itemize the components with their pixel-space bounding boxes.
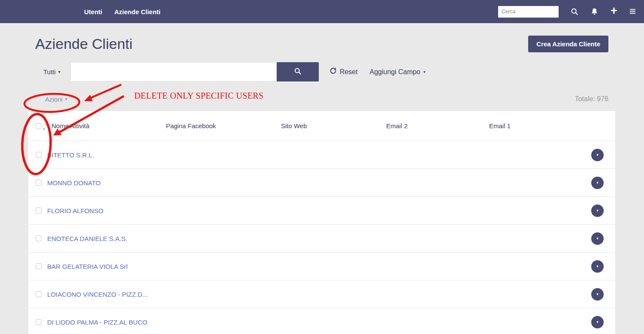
create-company-button[interactable]: Crea Azienda Cliente [528, 36, 608, 52]
row-checkbox[interactable] [36, 235, 42, 241]
list-search-button[interactable] [277, 62, 319, 81]
companies-table: ▾ Nome Attività Pagina Facebook Sito Web… [28, 111, 615, 334]
column-header-sito-web[interactable]: Sito Web [245, 122, 343, 129]
chevron-down-icon: ▾ [65, 97, 67, 101]
column-header-email-2[interactable]: Email 2 [343, 122, 450, 129]
nav-menu: Utenti Aziende Clienti [84, 8, 160, 15]
row-actions-button[interactable]: ▾ [591, 316, 604, 328]
nav-item-aziende-clienti[interactable]: Aziende Clienti [115, 8, 161, 15]
table-row: LOIACONO VINCENZO - PIZZ.D... ▾ [28, 280, 615, 308]
reset-button[interactable]: Reset [330, 67, 358, 76]
row-checkbox[interactable] [36, 208, 42, 214]
hamburger-menu-icon[interactable]: ≡ [629, 6, 635, 17]
row-actions-button[interactable]: ▾ [591, 205, 604, 217]
row-actions-button[interactable]: ▾ [591, 177, 604, 189]
actions-row: Azioni ▾ Totale: 976 [28, 91, 615, 107]
nav-item-utenti[interactable]: Utenti [84, 8, 103, 15]
table-row: MONNO DONATO ▾ [28, 169, 615, 197]
search-icon [294, 67, 302, 76]
row-actions-button[interactable]: ▾ [591, 288, 604, 301]
row-checkbox[interactable] [36, 263, 42, 269]
select-all-checkbox[interactable] [36, 123, 42, 129]
row-checkbox[interactable] [36, 180, 42, 186]
sort-caret-icon[interactable]: ▾ [43, 127, 45, 131]
add-field-label: Aggiungi Campo [369, 68, 420, 76]
row-actions-button[interactable]: ▾ [591, 232, 604, 245]
column-header-email-1[interactable]: Email 1 [450, 122, 549, 129]
row-checkbox[interactable] [36, 291, 42, 297]
actions-dropdown[interactable]: Azioni ▾ [45, 96, 67, 103]
chevron-down-icon: ▾ [596, 320, 599, 324]
company-link[interactable]: BITETTO S.R.L. [47, 151, 94, 159]
company-link[interactable]: FLORIO ALFONSO [47, 207, 103, 214]
row-actions-button[interactable]: ▾ [591, 149, 604, 161]
chevron-down-icon: ▾ [596, 209, 599, 213]
column-header-nome-attivita[interactable]: Nome Attività [47, 122, 137, 129]
refresh-icon [330, 67, 337, 76]
table-row: ENOTECA DANIELE S.A.S. ▾ [28, 225, 615, 253]
global-search-input[interactable] [498, 6, 559, 18]
column-header-pagina-facebook[interactable]: Pagina Facebook [137, 122, 245, 129]
add-field-dropdown[interactable]: Aggiungi Campo ▾ [369, 68, 425, 76]
chevron-down-icon: ▾ [596, 292, 599, 296]
search-icon[interactable] [571, 8, 578, 15]
table-row: BAR GELATERIA VIOLA Srl ▾ [28, 253, 615, 280]
chevron-down-icon: ▾ [58, 70, 60, 74]
reset-label: Reset [340, 68, 358, 76]
chevron-down-icon: ▾ [596, 237, 599, 241]
company-link[interactable]: LOIACONO VINCENZO - PIZZ.D... [47, 291, 148, 298]
chevron-down-icon: ▾ [423, 70, 426, 74]
actions-dropdown-label: Azioni [45, 96, 63, 103]
row-actions-button[interactable]: ▾ [591, 260, 604, 273]
company-link[interactable]: MONNO DONATO [47, 179, 100, 187]
chevron-down-icon: ▾ [596, 153, 599, 157]
scope-dropdown-label: Tutti [43, 68, 56, 75]
company-link[interactable]: ENOTECA DANIELE S.A.S. [47, 235, 127, 242]
bell-icon[interactable] [590, 7, 599, 16]
page-title: Aziende Clienti [35, 36, 133, 52]
top-navbar: Utenti Aziende Clienti + ≡ [0, 0, 644, 23]
main-content: Aziende Clienti Crea Azienda Cliente Tut… [0, 36, 644, 334]
plus-icon[interactable]: + [611, 5, 617, 17]
nav-right-tools: + ≡ [498, 6, 635, 18]
filter-bar: Tutti ▾ Reset Aggiungi Campo ▾ [28, 62, 615, 81]
row-checkbox[interactable] [36, 319, 42, 325]
table-row: BITETTO S.R.L. ▾ [28, 141, 615, 169]
list-search-input[interactable] [70, 62, 277, 81]
scope-dropdown[interactable]: Tutti ▾ [43, 68, 60, 75]
table-row: FLORIO ALFONSO ▾ [28, 197, 615, 225]
row-checkbox[interactable] [36, 152, 42, 158]
table-row: DI LIDDO PALMA - PIZZ.AL BUCO ▾ [28, 308, 615, 334]
chevron-down-icon: ▾ [596, 181, 599, 185]
table-header-row: ▾ Nome Attività Pagina Facebook Sito Web… [28, 111, 615, 141]
company-link[interactable]: DI LIDDO PALMA - PIZZ.AL BUCO [47, 319, 147, 326]
total-count: Totale: 976 [575, 95, 608, 103]
company-link[interactable]: BAR GELATERIA VIOLA Srl [47, 263, 127, 270]
chevron-down-icon: ▾ [596, 265, 599, 268]
